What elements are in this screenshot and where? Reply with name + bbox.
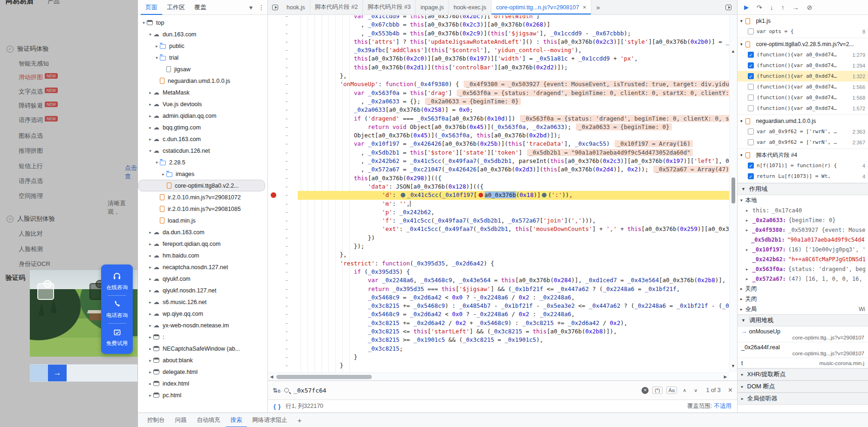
editor-tab-core-optimi.ttg...n.js?v=2908107[interactable]: core-optimi.ttg...n.js?v=2908107× — [492, 0, 592, 14]
breakpoint-entry[interactable]: ✓return Lu[f(1073)] = Wt,4 — [738, 171, 868, 182]
line-gutter[interactable]: - — [268, 54, 298, 63]
line-gutter[interactable]: - — [268, 174, 298, 183]
scope-variable[interactable]: ▸_0x10f197:(16) ['1Oe00vjg0pq3', '1 — [738, 244, 868, 254]
tree-item-c.dun.163.com[interactable]: ▸☁c.dun.163.com — [138, 133, 267, 145]
tree-item-hm.baidu.com[interactable]: ▸☁hm.baidu.com — [138, 250, 267, 261]
line-gutter[interactable]: - — [268, 310, 298, 319]
line-gutter[interactable]: - — [268, 140, 298, 148]
line-gutter[interactable]: - — [268, 89, 298, 97]
code-text[interactable]: 'p': _0x242b62, — [298, 208, 729, 217]
tree-item-necaptcha.nosdn.127.net[interactable]: ▸☁necaptcha.nosdn.127.net — [138, 261, 267, 273]
tree-item-pc.html[interactable]: ▸pc.html — [138, 389, 267, 401]
code-text[interactable]: , _0x572a67 = _0xc21047(_0x426426[a0_0x3… — [298, 165, 729, 174]
line-gutter[interactable]: - — [268, 46, 298, 54]
breakpoint-entry[interactable]: var opts = {8 — [738, 26, 868, 37]
fab-item-免费试用[interactable]: 免费试用 — [101, 324, 133, 351]
drawer-tab-搜索[interactable]: 搜索 — [226, 413, 247, 427]
section-DOM 断点[interactable]: ▸DOM 断点 — [738, 380, 868, 393]
code-line[interactable]: - }, — [268, 72, 729, 80]
callstack-frame-_0x26a44f.real[interactable]: _0x26a44f.realcore-optimi.ttg...js?v=290… — [738, 342, 868, 358]
editor-tab-脚本代码片段 #3[interactable]: 脚本代码片段 #3 — [363, 0, 416, 14]
pretty-print-icon[interactable]: { } — [273, 403, 281, 410]
code-text[interactable]: , _0x2a0633 = {};_0x2a0633 = {beginTime:… — [298, 97, 729, 106]
breakpoint-entry[interactable]: (function(){var a0_0xdd74…1:572 — [738, 103, 868, 114]
scope-group-关闭[interactable]: ▸关闭 — [738, 294, 868, 304]
line-gutter[interactable]: - — [268, 293, 298, 302]
scroll-down-arrow-icon[interactable]: ▼ — [731, 364, 735, 368]
code-line[interactable]: - 'data': JSON[a0_0x376b(0x128)](({ — [268, 183, 729, 191]
line-gutter[interactable]: - — [268, 191, 298, 199]
line-gutter[interactable]: - — [268, 123, 298, 131]
scope-variable[interactable]: ▸_0x4f9380:_0x503927 {event: MouseEve — [738, 225, 868, 235]
code-line[interactable]: - 'd': _0x41c5cc(_0x10f197[a0_0x376b(0x1… — [268, 191, 729, 199]
code-line[interactable]: - _0x5468c9 = _0x2d6a42 < 0x0 ? -_0x2248… — [268, 293, 729, 302]
code-line[interactable]: - _0x3c8215 += _0x2d6a42 / 0x2 + _0x5468… — [268, 319, 729, 327]
line-gutter[interactable]: - — [268, 268, 298, 276]
line-gutter[interactable]: - — [268, 97, 298, 106]
code-text[interactable]: var _0x2248a6, _0x5468c9, _0x43e564 = th… — [298, 276, 729, 285]
code-text[interactable]: _0x39afbc['addClass'](this['$control'], … — [298, 46, 729, 54]
code-line[interactable]: - _0x3c8215 >= _0x1901c5 && (_0x3c8215 =… — [268, 336, 729, 344]
tree-item-about:blank[interactable]: ▸about:blank — [138, 354, 267, 366]
section-全局侦听器[interactable]: ▸全局侦听器 — [738, 393, 868, 405]
code-text[interactable]: , _0x242b62 = _0x41c5cc(_0x49faa7(_0x5db… — [298, 157, 729, 165]
code-line[interactable]: - , _0x5db2b1 = this['$store']['state'][… — [268, 149, 729, 157]
line-gutter[interactable]: - — [268, 353, 298, 361]
close-find-icon[interactable]: × — [728, 386, 732, 394]
tab-overflow-chevron-icon[interactable]: » — [591, 0, 604, 14]
tree-item-core-optimi.ttg8a0.v2.2...[interactable]: core-optimi.ttg8a0.v2.2... — [138, 180, 265, 191]
code-text[interactable]: if (_0x395d35) { — [298, 268, 729, 276]
tree-item-:[interactable]: ▸: — [138, 331, 267, 343]
code-text[interactable]: this['attrs'] ? this['updateJigsawRotate… — [298, 38, 729, 46]
resume-icon[interactable]: ▶ — [744, 4, 749, 11]
code-text[interactable]: return void Object[a0_0x376b(0x45)](_0x5… — [298, 123, 729, 131]
breakpoint-checkbox[interactable] — [748, 129, 754, 135]
code-text[interactable]: var _0x1ccdd9 = this[a0_0x376b(0x2bc)]['… — [298, 15, 729, 20]
line-gutter[interactable]: - — [268, 217, 298, 225]
editor-tab-hook.js[interactable]: hook.js — [282, 0, 310, 14]
step-out-icon[interactable]: ↑ — [781, 4, 785, 11]
code-text[interactable]: , _0x67cbbb = this[a0_0x376b(0x2c3)][a0_… — [298, 20, 729, 29]
code-text[interactable]: , _0x553b4b = this[a0_0x376b(0x2c9)](thi… — [298, 29, 729, 38]
inline-breakpoint-icon[interactable] — [401, 193, 405, 197]
code-line[interactable]: - return void Object[a0_0x376b(0x45)](_0… — [268, 123, 729, 131]
tree-item-delegate.html[interactable]: ▸delegate.html — [138, 366, 267, 378]
navigator-tab-覆盖[interactable]: 覆盖 — [190, 0, 211, 15]
deactivate-breakpoints-icon[interactable]: ⊘ — [807, 4, 813, 11]
drawer-tab-问题[interactable]: 问题 — [171, 413, 191, 427]
tree-item-cstaticdun.126.net[interactable]: ▾☁cstaticdun.126.net — [138, 145, 267, 156]
code-line[interactable]: - }, — [268, 251, 729, 259]
code-text[interactable]: _0x3c8215 += _0x2d6a42 / 0x2 + _0x5468c9… — [298, 319, 729, 327]
code-line[interactable]: - var _0x10f197 = _0x426426[a0_0x376b(0x… — [268, 140, 729, 148]
code-text[interactable]: _0x5468c9 = _0x2d6a42 < 0x0 ? -_0x2248a6… — [298, 293, 729, 302]
code-line[interactable]: - , _0x67cbbb = this[a0_0x376b(0x2c3)][a… — [268, 20, 729, 29]
scroll-up-arrow-icon[interactable]: ▲ — [731, 49, 735, 54]
tree-item-qiyukf.nosdn.127.net[interactable]: ▸☁qiyukf.nosdn.127.net — [138, 285, 267, 296]
code-text[interactable]: 'onMouseUp': function(_0x4f9380) {_0x4f9… — [298, 80, 729, 88]
line-gutter[interactable]: - — [268, 157, 298, 165]
code-line[interactable]: - 'onMouseUp': function(_0x4f9380) {_0x4… — [268, 80, 729, 88]
breakpoint-entry[interactable]: ✓(function(){var a0_0xdd74…1:294 — [738, 60, 868, 71]
clear-search-icon[interactable]: ✕ — [642, 387, 649, 394]
scope-group-全局[interactable]: ▸全局Wi — [738, 304, 868, 314]
code-text[interactable]: 'restrict': function(_0x395d35, _0x2d6a4… — [298, 259, 729, 268]
code-line[interactable]: - 'f': _0x41c5cc(_0x49faa7(_0x5db2b1, _0… — [268, 217, 729, 225]
breakpoint-checkbox[interactable]: ✓ — [748, 62, 754, 68]
scroll-left-arrow-icon[interactable]: ◀ — [268, 374, 275, 379]
line-gutter[interactable]: - — [268, 259, 298, 268]
code-line[interactable]: - var _0x563f0a = this['drag']_0x563f0a … — [268, 89, 729, 97]
code-line[interactable]: - _0x3c8215; — [268, 345, 729, 353]
line-gutter[interactable]: - — [268, 20, 298, 29]
captcha-slider-track[interactable]: → — [30, 364, 138, 382]
code-line[interactable]: - 'restrict': function(_0x395d35, _0x2d6… — [268, 259, 729, 268]
tree-item-top[interactable]: ▾top — [138, 17, 267, 28]
scope-variable[interactable]: ▸_0x2a0633:{beginTime: 0} — [738, 215, 868, 225]
code-line[interactable]: - }); — [268, 242, 729, 251]
step-over-icon[interactable]: ↷ — [757, 4, 762, 11]
line-gutter[interactable]: - — [268, 302, 298, 310]
code-text[interactable]: _0x5468c9 = _0x2d6a42 < 0x0 ? -_0x2248a6… — [298, 310, 729, 319]
code-line[interactable]: - 'm': '', — [268, 200, 729, 208]
scope-variable[interactable]: ▸_0x572a67:(47) [16, 1, 0, 0, 16, 0 — [738, 274, 868, 284]
find-input[interactable] — [293, 386, 638, 394]
breakpoint-group-header[interactable]: ▾pk1.js — [738, 16, 868, 26]
